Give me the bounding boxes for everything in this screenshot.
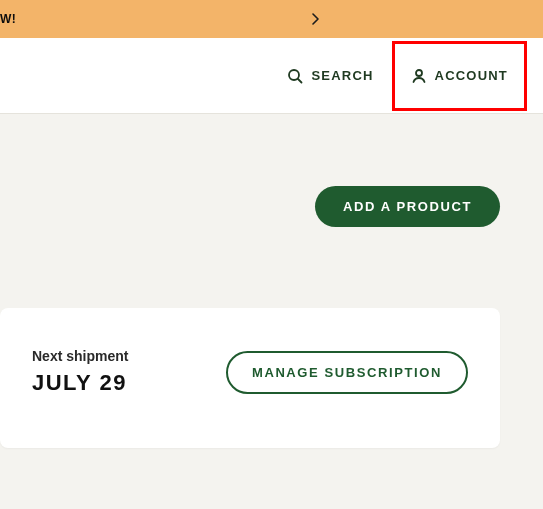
promo-banner: W! bbox=[0, 0, 543, 38]
search-button[interactable]: SEARCH bbox=[275, 58, 385, 94]
subscription-card: Next shipment JULY 29 MANAGE SUBSCRIPTIO… bbox=[0, 308, 500, 448]
next-shipment-date: JULY 29 bbox=[32, 370, 128, 396]
site-header: SEARCH ACCOUNT bbox=[0, 38, 543, 114]
svg-line-1 bbox=[298, 79, 302, 83]
next-shipment-label: Next shipment bbox=[32, 348, 128, 364]
shipment-info: Next shipment JULY 29 bbox=[32, 348, 128, 396]
account-label: ACCOUNT bbox=[435, 68, 508, 83]
search-icon bbox=[287, 68, 303, 84]
chevron-right-icon[interactable] bbox=[310, 13, 320, 25]
manage-subscription-button[interactable]: MANAGE SUBSCRIPTION bbox=[226, 351, 468, 394]
main-content: ADD A PRODUCT Next shipment JULY 29 MANA… bbox=[0, 114, 543, 509]
account-button[interactable]: ACCOUNT bbox=[392, 41, 527, 111]
search-label: SEARCH bbox=[311, 68, 373, 83]
user-icon bbox=[411, 68, 427, 84]
svg-point-2 bbox=[416, 70, 422, 76]
add-product-button[interactable]: ADD A PRODUCT bbox=[315, 186, 500, 227]
banner-text-fragment: W! bbox=[0, 12, 16, 26]
